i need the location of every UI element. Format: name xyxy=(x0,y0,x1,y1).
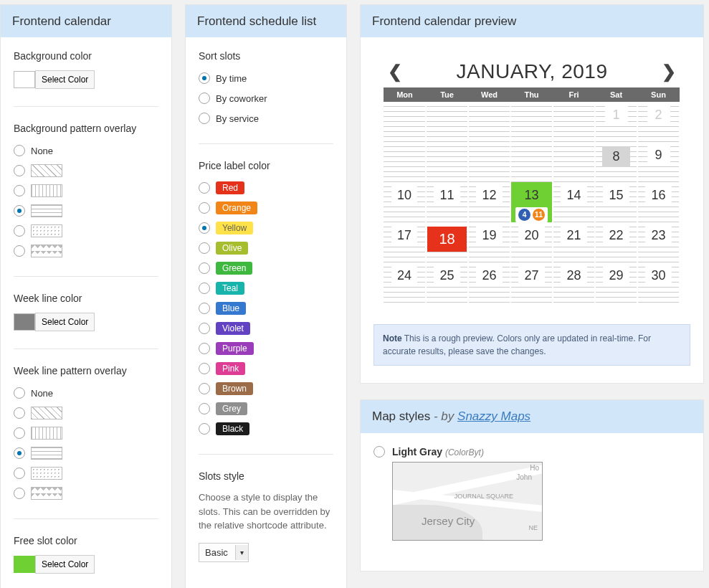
select-value: Basic xyxy=(199,544,235,561)
map-style-name: Light Gray (ColorByt) xyxy=(392,446,543,457)
note-bold: Note xyxy=(383,333,402,343)
pattern-preview-dots xyxy=(31,224,62,237)
calendar-day[interactable]: 30 xyxy=(637,262,680,303)
radio-pattern-diag[interactable] xyxy=(14,165,25,176)
calendar-day[interactable]: 13411 xyxy=(510,182,553,222)
panel-title: Frontend schedule list xyxy=(186,5,346,37)
radio-pattern-dots[interactable] xyxy=(14,468,25,479)
calendar-day[interactable]: 27 xyxy=(510,262,553,303)
radio-pattern-vert[interactable] xyxy=(14,185,25,196)
panel-map-styles: Map styles - by Snazzy Maps Light Gray (… xyxy=(360,399,704,571)
radio-mapstyle-lightgray[interactable] xyxy=(373,446,385,457)
pill-teal: Teal xyxy=(216,282,244,295)
calendar-day[interactable]: 10 xyxy=(384,182,426,222)
radio-pattern-none[interactable] xyxy=(14,387,25,399)
calendar-day[interactable]: 26 xyxy=(468,262,510,303)
pattern-preview-zigzag xyxy=(31,487,62,500)
pill-orange: Orange xyxy=(216,201,257,214)
calendar-day[interactable]: 28 xyxy=(553,262,595,303)
radio-color-teal[interactable] xyxy=(199,283,210,294)
pill-purple: Purple xyxy=(216,342,254,355)
radio-label: By service xyxy=(216,113,259,124)
next-month-button[interactable]: ❯ xyxy=(657,62,680,82)
weekday-header: Mon xyxy=(384,87,426,102)
calendar-day[interactable]: 9 xyxy=(637,142,680,182)
radio-pattern-horiz[interactable] xyxy=(14,447,25,459)
calendar-day[interactable]: 17 xyxy=(384,222,426,262)
panel-frontend-schedule-list: Frontend schedule list Sort slots By tim… xyxy=(185,4,347,588)
radio-pattern-diag[interactable] xyxy=(14,407,25,419)
pill-blue: Blue xyxy=(216,302,246,315)
pill-pink: Pink xyxy=(216,362,245,375)
slots-style-desc: Choose a style to display the slots. Thi… xyxy=(199,490,333,533)
panel-title: Map styles - by Snazzy Maps xyxy=(361,400,703,432)
calendar-day[interactable]: 19 xyxy=(468,222,510,262)
select-color-button[interactable]: Select Color xyxy=(35,313,95,331)
calendar-day[interactable]: 14 xyxy=(553,182,595,222)
pattern-preview-dots xyxy=(31,467,62,480)
calendar-day[interactable]: 1 xyxy=(595,102,637,142)
pattern-preview-horiz xyxy=(31,447,62,460)
calendar-day[interactable]: 8 xyxy=(595,142,637,182)
calendar-day[interactable]: 29 xyxy=(595,262,637,303)
pill-olive: Olive xyxy=(216,242,248,255)
radio-color-grey[interactable] xyxy=(199,403,210,414)
calendar-day xyxy=(426,102,468,142)
calendar-day[interactable]: 11 xyxy=(426,182,468,222)
calendar-day[interactable]: 25 xyxy=(426,262,468,303)
slot-badge: 11 xyxy=(533,209,545,221)
radio-color-blue[interactable] xyxy=(199,303,210,314)
weekday-header: Sun xyxy=(637,87,680,102)
radio-color-pink[interactable] xyxy=(199,363,210,374)
calendar-day xyxy=(510,142,553,182)
radio-label: By time xyxy=(216,73,247,84)
slots-style-select[interactable]: Basic ▾ xyxy=(199,543,249,562)
radio-color-purple[interactable] xyxy=(199,343,210,354)
swatch-weekline-color[interactable] xyxy=(14,313,35,331)
radio-color-black[interactable] xyxy=(199,423,210,435)
calendar-day[interactable]: 23 xyxy=(637,222,680,262)
radio-color-orange[interactable] xyxy=(199,202,210,214)
calendar-day xyxy=(468,102,510,142)
weekday-header: Fri xyxy=(553,87,595,102)
radio-color-yellow[interactable] xyxy=(199,222,210,234)
calendar-day[interactable]: 16 xyxy=(637,182,680,222)
radio-color-brown[interactable] xyxy=(199,383,210,394)
map-style-thumb[interactable]: John Ho JOURNAL SQUARE Jersey City NE xyxy=(392,462,543,541)
calendar-table: MonTueWedThuFriSatSun 128910111213411141… xyxy=(384,87,680,303)
calendar-day[interactable]: 18 xyxy=(426,222,468,262)
calendar-day[interactable]: 21 xyxy=(553,222,595,262)
radio-sort-coworker[interactable] xyxy=(199,93,210,104)
calendar-day[interactable]: 15 xyxy=(595,182,637,222)
radio-color-green[interactable] xyxy=(199,262,210,274)
note-text: This is a rough preview. Colors only are… xyxy=(383,333,651,356)
weekday-header: Sat xyxy=(595,87,637,102)
panel-frontend-calendar: Frontend calendar Background color Selec… xyxy=(0,4,172,588)
radio-pattern-horiz[interactable] xyxy=(14,205,25,217)
calendar-day[interactable]: 20 xyxy=(510,222,553,262)
calendar-day[interactable]: 12 xyxy=(468,182,510,222)
radio-group-sort-slots: By time By coworker By service xyxy=(199,70,333,126)
radio-group-bg-pattern: None xyxy=(14,143,158,259)
select-color-button[interactable]: Select Color xyxy=(35,70,95,89)
radio-pattern-dots[interactable] xyxy=(14,225,25,237)
calendar-day[interactable]: 22 xyxy=(595,222,637,262)
radio-pattern-none[interactable] xyxy=(14,145,25,156)
prev-month-button[interactable]: ❮ xyxy=(384,62,406,82)
select-color-button[interactable]: Select Color xyxy=(35,555,95,574)
swatch-bg-color[interactable] xyxy=(14,71,35,88)
radio-pattern-zigzag[interactable] xyxy=(14,488,25,499)
radio-pattern-zigzag[interactable] xyxy=(14,245,25,257)
calendar-day[interactable]: 2 xyxy=(637,102,680,142)
radio-color-violet[interactable] xyxy=(199,323,210,334)
radio-sort-service[interactable] xyxy=(199,113,210,124)
pill-red: Red xyxy=(216,181,244,194)
calendar-day[interactable]: 24 xyxy=(384,262,426,303)
snazzy-maps-link[interactable]: Snazzy Maps xyxy=(457,409,530,423)
radio-sort-time[interactable] xyxy=(199,72,210,84)
radio-color-red[interactable] xyxy=(199,182,210,194)
preview-note: Note This is a rough preview. Colors onl… xyxy=(373,324,690,366)
swatch-free-slot-color[interactable] xyxy=(14,556,35,573)
radio-pattern-vert[interactable] xyxy=(14,427,25,439)
radio-color-olive[interactable] xyxy=(199,242,210,254)
